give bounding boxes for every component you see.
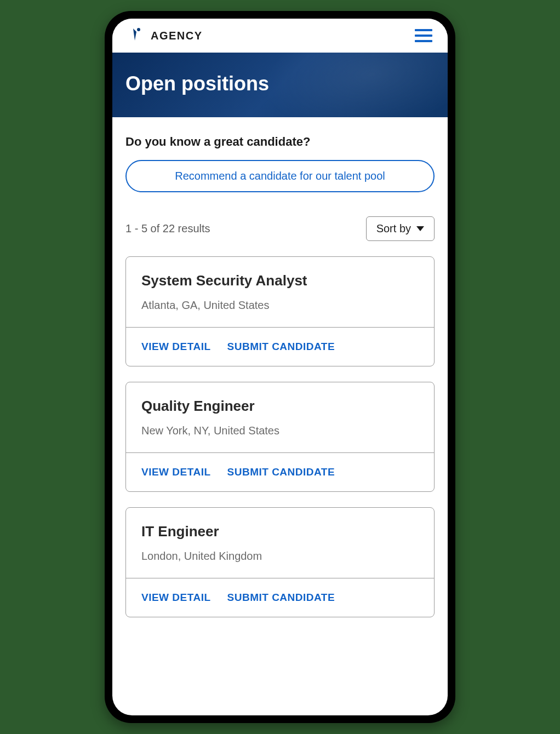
job-card: System Security Analyst Atlanta, GA, Uni… (125, 256, 435, 366)
app-header: AGENCY (112, 19, 448, 53)
job-card-body: Quality Engineer New York, NY, United St… (126, 382, 434, 452)
results-count: 1 - 5 of 22 results (125, 222, 210, 235)
job-card-actions: VIEW DETAIL SUBMIT CANDIDATE (126, 327, 434, 366)
svg-point-0 (137, 28, 140, 31)
job-title: Quality Engineer (141, 398, 419, 415)
menu-icon[interactable] (413, 27, 435, 44)
recommend-candidate-button[interactable]: Recommend a candidate for our talent poo… (125, 160, 435, 192)
job-card: Quality Engineer New York, NY, United St… (125, 382, 435, 492)
phone-screen: AGENCY Open positions Do you know a grea… (112, 19, 448, 715)
brand-logo-icon (125, 26, 144, 45)
job-card-body: System Security Analyst Atlanta, GA, Uni… (126, 257, 434, 327)
sort-by-label: Sort by (376, 222, 411, 235)
submit-candidate-button[interactable]: SUBMIT CANDIDATE (227, 592, 335, 604)
job-card-body: IT Engineer London, United Kingdom (126, 508, 434, 578)
submit-candidate-button[interactable]: SUBMIT CANDIDATE (227, 341, 335, 353)
view-detail-button[interactable]: VIEW DETAIL (141, 341, 211, 353)
sort-by-button[interactable]: Sort by (366, 216, 435, 241)
header-left: AGENCY (125, 26, 203, 45)
job-location: New York, NY, United States (141, 425, 419, 437)
view-detail-button[interactable]: VIEW DETAIL (141, 466, 211, 478)
job-title: System Security Analyst (141, 272, 419, 289)
brand-name: AGENCY (151, 30, 203, 42)
job-card-actions: VIEW DETAIL SUBMIT CANDIDATE (126, 452, 434, 491)
job-location: London, United Kingdom (141, 550, 419, 563)
caret-down-icon (416, 226, 424, 231)
submit-candidate-button[interactable]: SUBMIT CANDIDATE (227, 466, 335, 478)
hero-banner: Open positions (112, 53, 448, 117)
phone-frame: AGENCY Open positions Do you know a grea… (105, 11, 455, 723)
job-title: IT Engineer (141, 523, 419, 540)
page-title: Open positions (125, 72, 435, 95)
job-card-actions: VIEW DETAIL SUBMIT CANDIDATE (126, 578, 434, 617)
view-detail-button[interactable]: VIEW DETAIL (141, 592, 211, 604)
job-location: Atlanta, GA, United States (141, 299, 419, 312)
main-content: Do you know a great candidate? Recommend… (112, 117, 448, 715)
prompt-heading: Do you know a great candidate? (125, 135, 435, 149)
job-card: IT Engineer London, United Kingdom VIEW … (125, 507, 435, 617)
results-bar: 1 - 5 of 22 results Sort by (125, 216, 435, 241)
